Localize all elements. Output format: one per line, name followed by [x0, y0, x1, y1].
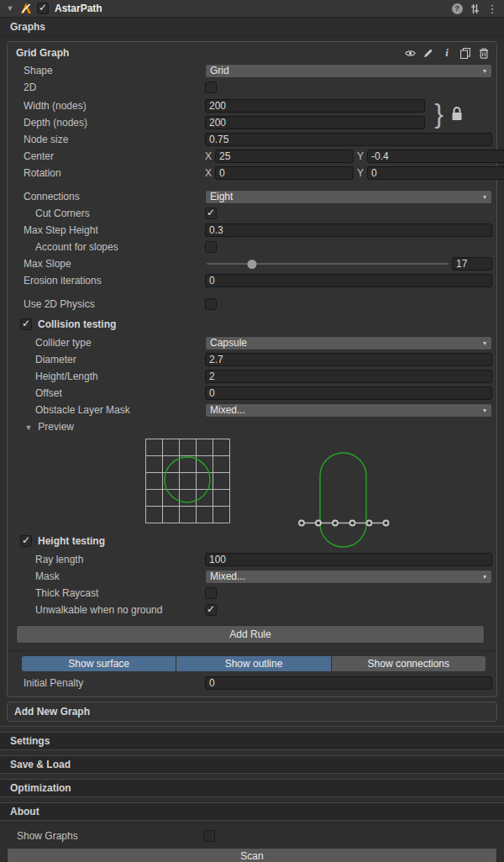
grid-graph-title: Grid Graph [16, 47, 69, 59]
component-enabled-checkbox[interactable]: ✓ [37, 3, 49, 14]
width-input[interactable] [205, 99, 425, 113]
connections-label: Connections [8, 191, 205, 202]
divider [0, 726, 504, 727]
row-account-for-slopes: Account for slopes ✓ [8, 239, 494, 255]
connections-dropdown[interactable]: Eight ▾ [205, 190, 492, 204]
use-2d-physics-label: Use 2D Physics [8, 298, 205, 310]
account-for-slopes-label: Account for slopes [8, 241, 205, 253]
row-shape: Shape Grid ▾ [8, 62, 494, 79]
center-y-label: Y [357, 150, 364, 162]
height-length-input[interactable] [205, 370, 492, 383]
depth-input[interactable] [205, 116, 425, 129]
collider-type-value: Capsule [210, 337, 247, 349]
use-2d-physics-checkbox[interactable]: ✓ [205, 298, 217, 310]
link-brace: } [434, 97, 444, 131]
graphs-section-header[interactable]: Graphs [0, 18, 504, 37]
ray-length-label: Ray length [8, 554, 205, 565]
scan-button[interactable]: Scan [7, 848, 497, 862]
rotation-x-label: X [205, 167, 212, 179]
max-slope-handle[interactable] [248, 260, 257, 269]
thick-raycast-label: Thick Raycast [8, 587, 205, 599]
add-new-graph-button[interactable]: Add New Graph [7, 702, 497, 722]
cut-corners-checkbox[interactable]: ✓ [205, 208, 217, 219]
obstacle-layer-mask-dropdown[interactable]: Mixed... ▾ [205, 403, 492, 418]
more-menu-icon[interactable]: ⋮ [486, 2, 499, 15]
diameter-input[interactable] [205, 353, 492, 366]
collision-testing-checkbox[interactable]: ✓ [20, 318, 32, 330]
max-slope-input[interactable] [452, 257, 492, 271]
visibility-eye-icon[interactable] [404, 47, 416, 59]
unwalkable-checkbox[interactable]: ✓ [205, 604, 217, 616]
node-size-input[interactable] [205, 133, 492, 146]
row-initial-penalty: Initial Penalty [8, 675, 494, 691]
shape-label: Shape [8, 65, 205, 76]
row-node-size: Node size [8, 131, 494, 148]
width-label: Width (nodes) [8, 100, 205, 112]
preview-grid-drawing [146, 439, 230, 523]
center-label: Center [8, 150, 205, 162]
cut-corners-label: Cut Corners [8, 208, 205, 219]
collider-type-dropdown[interactable]: Capsule ▾ [205, 336, 492, 350]
erosion-iterations-input[interactable] [205, 274, 492, 287]
show-graphs-checkbox[interactable]: ✓ [203, 830, 215, 842]
chevron-down-icon: ▾ [483, 339, 486, 347]
obstacle-layer-mask-label: Obstacle Layer Mask [8, 404, 205, 416]
collision-testing-label: Collision testing [38, 318, 116, 330]
edit-pencil-icon[interactable] [423, 47, 434, 59]
duplicate-icon[interactable] [459, 47, 471, 59]
row-height-length: Height/Length [8, 368, 494, 385]
max-slope-slider[interactable] [207, 263, 449, 265]
height-length-label: Height/Length [8, 371, 205, 382]
grid-graph-header[interactable]: Grid Graph i [8, 42, 494, 62]
shape-dropdown[interactable]: Grid ▾ [205, 64, 492, 78]
preview-svg [8, 435, 499, 553]
presets-icon[interactable] [468, 2, 481, 15]
show-outline-toggle[interactable]: Show outline [176, 656, 330, 671]
grid-graph-panel: Grid Graph i [7, 41, 497, 697]
optimization-section-header[interactable]: Optimization [0, 779, 504, 797]
row-ray-length: Ray length [8, 551, 494, 568]
collision-preview-canvas [8, 435, 494, 533]
foldout-arrow-icon[interactable]: ▼ [5, 4, 15, 13]
rotation-x-input[interactable] [215, 166, 354, 180]
info-icon[interactable]: i [441, 47, 453, 59]
center-y-input[interactable] [367, 150, 504, 163]
show-surface-toggle[interactable]: Show surface [22, 656, 176, 671]
collider-type-label: Collider type [8, 337, 205, 349]
delete-trash-icon[interactable] [478, 47, 490, 59]
thick-raycast-checkbox[interactable]: ✓ [205, 587, 217, 599]
center-x-input[interactable] [215, 150, 354, 163]
row-mask: Mask Mixed... ▾ [8, 568, 494, 585]
settings-section-label: Settings [10, 735, 50, 747]
preview-foldout-icon[interactable]: ▼ [24, 423, 34, 432]
row-thick-raycast: Thick Raycast ✓ [8, 585, 494, 602]
row-width: Width (nodes) [8, 97, 494, 114]
astar-logo-icon [19, 2, 33, 15]
height-testing-checkbox[interactable]: ✓ [20, 535, 32, 547]
row-center: Center X Y Z [8, 148, 494, 165]
2d-checkbox[interactable]: ✓ [205, 81, 217, 93]
chevron-down-icon: ▾ [483, 573, 486, 581]
row-preview-foldout[interactable]: ▼ Preview [8, 418, 494, 435]
obstacle-layer-mask-value: Mixed... [210, 404, 245, 416]
mask-dropdown[interactable]: Mixed... ▾ [205, 570, 492, 584]
show-connections-toggle[interactable]: Show connections [332, 656, 486, 671]
initial-penalty-input[interactable] [205, 676, 492, 690]
max-step-height-input[interactable] [205, 223, 492, 237]
ray-length-input[interactable] [205, 553, 492, 566]
chevron-down-icon: ▾ [483, 193, 486, 201]
account-for-slopes-checkbox[interactable]: ✓ [205, 241, 217, 253]
offset-input[interactable] [205, 386, 492, 400]
lock-icon[interactable] [450, 106, 465, 123]
mask-value: Mixed... [210, 570, 245, 582]
add-rule-button[interactable]: Add Rule [16, 625, 485, 644]
rotation-y-input[interactable] [367, 166, 504, 180]
mask-label: Mask [8, 570, 205, 582]
width-depth-block: Width (nodes) Depth (nodes) } [8, 97, 494, 131]
help-icon[interactable]: ? [450, 2, 464, 15]
settings-section-header[interactable]: Settings [0, 732, 504, 750]
preview-capsule-drawing [299, 453, 389, 547]
row-2d: 2D ✓ [8, 79, 494, 96]
save-load-section-header[interactable]: Save & Load [0, 755, 504, 774]
about-section-header[interactable]: About [0, 802, 504, 821]
